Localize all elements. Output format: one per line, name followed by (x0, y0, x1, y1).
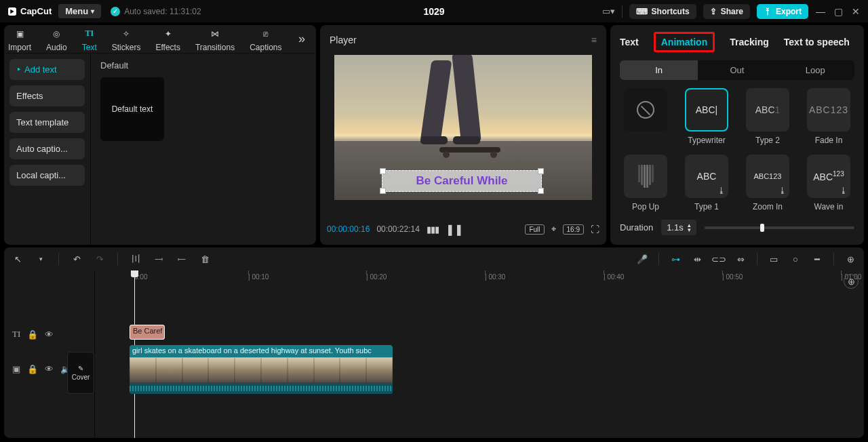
top-bar: CapCut Menu ▾ ✓ Auto saved: 11:31:02 102… (0, 0, 868, 22)
sidebar-item-text-template[interactable]: Text template (9, 112, 85, 133)
animation-duration-row: Duration 1.1s ▴▾ (620, 220, 854, 235)
captions-icon: ⎚ (258, 26, 273, 41)
link-tracks-icon[interactable]: ⇹ (690, 252, 704, 266)
player-header: Player ≡ (320, 25, 606, 55)
player-scale-icon[interactable]: ⌖ (551, 224, 556, 235)
anim-wavein[interactable]: ABC123⭳ Wave in (803, 155, 854, 212)
eye-icon[interactable]: 👁 (45, 329, 54, 340)
player-menu-icon[interactable]: ≡ (591, 35, 597, 45)
media-tab-audio[interactable]: ◎Audio (46, 26, 67, 52)
player-volume-icon[interactable]: ▮▮▮ (427, 224, 439, 235)
magnet-icon[interactable]: ⊶ (669, 252, 682, 266)
share-button[interactable]: ⇪ Share (703, 4, 750, 19)
del-animation-delete-icon[interactable]: 🗑 (198, 252, 212, 266)
media-tab-stickers[interactable]: ✧Stickers (112, 26, 141, 52)
media-tab-captions[interactable]: ⎚Captions (250, 26, 281, 52)
main-area: ▣Import ◎Audio TIText ✧Stickers ✦Effects… (0, 22, 868, 246)
app-brand-label: CapCut (20, 6, 52, 16)
animation-sub-out[interactable]: Out (698, 60, 776, 80)
timeline-canvas[interactable]: 0:00 | 00:10 | 00:20 | 00:30 | 00:40 | 0… (95, 270, 864, 438)
preview-icon[interactable]: ▭ (767, 252, 781, 266)
autosave-status: ✓ Auto saved: 11:31:02 (111, 7, 201, 16)
pointer-tool-icon[interactable]: ↖ (11, 252, 24, 266)
text-icon: TI (82, 26, 97, 41)
video-clip-thumbnails (130, 357, 393, 383)
animation-sub-loop[interactable]: Loop (776, 60, 854, 80)
anim-type1[interactable]: ABC⭳ Type 1 (681, 155, 732, 212)
media-tab-transitions[interactable]: ⋈Transitions (195, 26, 235, 52)
window-close-icon[interactable]: ✕ (850, 6, 861, 17)
export-icon: ⭱ (764, 7, 772, 16)
window-minimize-icon[interactable]: — (815, 6, 826, 17)
video-clip[interactable]: girl skates on a skateboard on a deserte… (130, 345, 393, 394)
duration-input[interactable]: 1.1s ▴▾ (661, 220, 696, 235)
player-quality-full[interactable]: Full (525, 224, 544, 235)
player-panel: Player ≡ Be Careful While 00:00:00:16 00… (320, 25, 606, 245)
zoom-out-icon[interactable]: ○ (789, 252, 802, 266)
sidebar-item-add-text[interactable]: Add text (9, 59, 85, 80)
player-time-current: 00:00:00:16 (327, 224, 370, 234)
timeline-ruler[interactable]: 0:00 | 00:10 | 00:20 | 00:30 | 00:40 | 0… (95, 270, 864, 287)
split-icon[interactable]: 〣 (129, 252, 142, 266)
check-icon: ✓ (111, 7, 120, 16)
text-clip[interactable]: Be Caref (130, 325, 165, 340)
pointer-dropdown-icon[interactable]: ▾ (34, 252, 47, 266)
anim-type2[interactable]: ABC1 Type 2 (742, 88, 793, 145)
default-text-thumbnail[interactable]: Default text (100, 77, 164, 141)
download-icon: ⭳ (840, 186, 848, 195)
inspector-tab-animation[interactable]: Animation (654, 32, 715, 52)
anim-fadein[interactable]: ABC123 Fade In (803, 88, 854, 145)
player-fullscreen-icon[interactable]: ⛶ (591, 224, 599, 235)
media-tab-text[interactable]: TIText (82, 26, 97, 52)
window-maximize-icon[interactable]: ▢ (833, 6, 844, 17)
video-clip-label: girl skates on a skateboard on a deserte… (132, 346, 390, 355)
timeline-toolbar: ↖ ▾ ↶ ↷ 〣 ⟞ ⟝ 🗑 🎤 ⊶ ⇹ ⊂⊃ ⇔ ▭ ○ ━ ⊕ (4, 247, 864, 270)
shortcuts-button[interactable]: ⌨ Shortcuts (629, 4, 696, 19)
menu-button[interactable]: Menu ▾ (58, 4, 101, 18)
sidebar-item-auto-captions[interactable]: Auto captio... (9, 138, 85, 159)
layout-icon[interactable]: ▭▾ (602, 6, 615, 16)
transitions-icon: ⋈ (208, 26, 222, 41)
zoom-fit-icon[interactable]: ⊕ (844, 252, 857, 266)
timeline-track-headers: TI 🔒 👁 ▣ 🔒 👁 🔈 ⋯ ✎ Cover (4, 270, 95, 438)
inspector-tab-tts[interactable]: Text to speech (784, 37, 850, 47)
anim-none[interactable] (620, 88, 671, 145)
download-icon: ⭳ (778, 186, 787, 195)
zoom-slider-icon[interactable]: ━ (810, 252, 824, 266)
media-tab-effects[interactable]: ✦Effects (155, 26, 180, 52)
inspector-tab-text[interactable]: Text (620, 37, 639, 47)
lock-icon[interactable]: 🔒 (27, 364, 38, 374)
align-icon[interactable]: ⇔ (734, 252, 747, 266)
anim-zoomin[interactable]: ABC123⭳ Zoom In (742, 155, 793, 212)
media-tab-import[interactable]: ▣Import (8, 26, 31, 52)
redo-icon[interactable]: ↷ (93, 252, 106, 266)
text-sidebar: Add text Effects Text template Auto capt… (4, 54, 91, 245)
media-tabs-more-icon[interactable]: » (298, 32, 312, 46)
undo-icon[interactable]: ↶ (70, 252, 83, 266)
project-title[interactable]: 1029 (423, 6, 444, 17)
player-preview[interactable]: Be Careful While (334, 55, 592, 200)
sidebar-item-local-captions[interactable]: Local capti... (9, 165, 85, 186)
player-aspect[interactable]: 16:9 (563, 224, 584, 235)
sidebar-item-effects[interactable]: Effects (9, 85, 85, 106)
anim-typewriter[interactable]: ABC| Typewriter (681, 88, 732, 145)
mic-icon[interactable]: 🎤 (635, 252, 649, 266)
cover-button[interactable]: ✎ Cover (67, 352, 94, 394)
inspector-tab-tracking[interactable]: Tracking (730, 37, 769, 47)
stepper-icon[interactable]: ▴▾ (688, 223, 691, 233)
export-button[interactable]: ⭱ Export (757, 4, 808, 19)
animation-sub-in[interactable]: In (620, 60, 698, 80)
snap-icon[interactable]: ⊂⊃ (712, 252, 726, 266)
timeline-add-icon[interactable]: ⊕ (844, 274, 859, 289)
trim-right-icon[interactable]: ⟝ (175, 252, 189, 266)
eye-icon[interactable]: 👁 (45, 364, 54, 374)
text-content: Default Default text (91, 54, 316, 245)
duration-slider[interactable] (705, 226, 854, 229)
player-pause-icon[interactable]: ❚❚ (446, 223, 463, 236)
share-icon: ⇪ (710, 7, 717, 16)
anim-popup[interactable]: Pop Up (620, 155, 671, 212)
text-overlay-selection[interactable]: Be Careful While (382, 170, 542, 192)
trim-left-icon[interactable]: ⟞ (152, 252, 165, 266)
topbar-right: ▭▾ ⌨ Shortcuts ⇪ Share ⭱ Export — ▢ ✕ (602, 4, 861, 19)
lock-icon[interactable]: 🔒 (27, 329, 38, 340)
